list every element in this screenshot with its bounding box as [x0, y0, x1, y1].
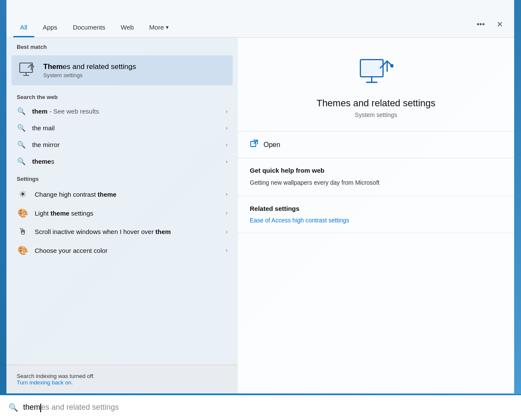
chevron-right-icon-8: › — [226, 247, 228, 253]
indexing-notice-text: Search indexing was turned off. — [17, 373, 95, 379]
tabs-right: ••• ✕ — [473, 17, 507, 37]
contrast-icon: ☀ — [17, 189, 29, 199]
search-typed-text: them — [23, 403, 40, 411]
tab-documents[interactable]: Documents — [66, 20, 112, 37]
quick-help-section: Get quick help from web Getting new wall… — [238, 158, 514, 196]
open-action[interactable]: Open — [238, 132, 514, 158]
suggestion-the-mirror[interactable]: 🔍 the mirror › — [6, 136, 238, 153]
settings-light-theme-text: Light theme settings — [35, 210, 220, 217]
right-hero-title: Themes and related settings — [317, 98, 436, 109]
search-bar-container: 🔍 themes and related settings — [0, 394, 521, 420]
indexing-link[interactable]: Turn indexing back on. — [17, 379, 73, 386]
chevron-right-icon-1: › — [226, 108, 228, 114]
ellipsis-icon: ••• — [477, 20, 485, 29]
search-bar-icon: 🔍 — [9, 403, 18, 412]
tab-apps[interactable]: Apps — [36, 20, 64, 37]
suggestion-themes-text: themes — [32, 158, 220, 165]
search-icon-3: 🔍 — [17, 141, 26, 149]
settings-high-contrast[interactable]: ☀ Change high contrast theme › — [6, 185, 238, 204]
search-web-label: Search the web — [6, 88, 238, 103]
close-icon: ✕ — [497, 20, 503, 29]
settings-scroll-inactive[interactable]: 🖱 Scroll inactive windows when I hover o… — [6, 222, 238, 241]
quick-help-title: Get quick help from web — [250, 167, 502, 174]
chevron-right-icon-7: › — [226, 229, 228, 235]
tabs-bar: All Apps Documents Web More ▾ ••• ✕ — [6, 0, 514, 38]
settings-high-contrast-text: Change high contrast theme — [35, 191, 220, 198]
tab-more[interactable]: More ▾ — [142, 20, 175, 37]
open-external-icon — [250, 139, 258, 150]
hero-monitor-icon — [359, 55, 393, 91]
search-panel: All Apps Documents Web More ▾ ••• ✕ Best… — [6, 0, 514, 393]
related-settings-section: Related settings Ease of Access high con… — [238, 196, 514, 233]
best-match-item[interactable]: Themes and related settings System setti… — [12, 55, 233, 85]
suggestion-themes[interactable]: 🔍 themes › — [6, 153, 238, 170]
mouse-icon: 🖱 — [17, 227, 29, 237]
close-button[interactable]: ✕ — [492, 17, 507, 32]
best-match-subtitle: System settings — [43, 72, 136, 78]
quick-help-text: Getting new wallpapers every day from Mi… — [250, 178, 502, 187]
chevron-right-icon-6: › — [226, 210, 228, 216]
best-match-title-bold: Them — [43, 63, 63, 71]
settings-light-theme[interactable]: 🎨 Light theme settings › — [6, 204, 238, 222]
suggestion-the-mail-text: the mail — [32, 124, 220, 132]
search-icon-1: 🔍 — [17, 107, 26, 115]
color-icon: 🎨 — [17, 245, 29, 255]
svg-rect-6 — [362, 62, 381, 75]
search-bar-input[interactable]: themes and related settings — [23, 403, 512, 412]
settings-monitor-icon — [18, 61, 36, 79]
chevron-right-icon-5: › — [226, 191, 228, 197]
suggestion-them[interactable]: 🔍 them - See web results › — [6, 103, 238, 120]
search-icon-2: 🔍 — [17, 124, 26, 132]
chevron-right-icon-3: › — [226, 142, 228, 148]
ellipsis-button[interactable]: ••• — [473, 17, 488, 32]
indexing-notice: Search indexing was turned off. Turn ind… — [6, 365, 238, 393]
settings-scroll-inactive-text: Scroll inactive windows when I hover ove… — [35, 228, 220, 235]
right-panel: Themes and related settings System setti… — [238, 38, 514, 393]
settings-section-label: Settings — [6, 170, 238, 185]
settings-accent-color[interactable]: 🎨 Choose your accent color › — [6, 241, 238, 260]
tab-all[interactable]: All — [13, 20, 34, 37]
open-label: Open — [263, 141, 280, 149]
suggestion-the-mirror-text: the mirror — [32, 141, 220, 148]
chevron-right-icon-2: › — [226, 125, 228, 131]
best-match-title-rest: es and related settings — [63, 63, 136, 71]
related-settings-link[interactable]: Ease of Access high contrast settings — [250, 217, 349, 224]
best-match-text: Themes and related settings System setti… — [43, 63, 136, 78]
best-match-label: Best match — [6, 38, 238, 53]
chevron-right-icon-4: › — [226, 159, 228, 165]
tab-web[interactable]: Web — [114, 20, 141, 37]
search-icon-4: 🔍 — [17, 157, 26, 165]
palette-icon: 🎨 — [17, 208, 29, 218]
related-settings-title: Related settings — [250, 205, 502, 212]
left-panel: Best match Themes and related settings S… — [6, 38, 238, 393]
right-hero: Themes and related settings System setti… — [238, 38, 514, 132]
chevron-down-icon: ▾ — [166, 24, 169, 30]
suggestion-the-mail[interactable]: 🔍 the mail › — [6, 120, 238, 136]
search-ghost-text: es and related settings — [41, 403, 119, 411]
suggestion-them-text: them - See web results — [32, 108, 220, 115]
settings-accent-text: Choose your accent color — [35, 247, 220, 254]
content-area: Best match Themes and related settings S… — [6, 38, 514, 393]
right-hero-subtitle: System settings — [355, 111, 397, 118]
